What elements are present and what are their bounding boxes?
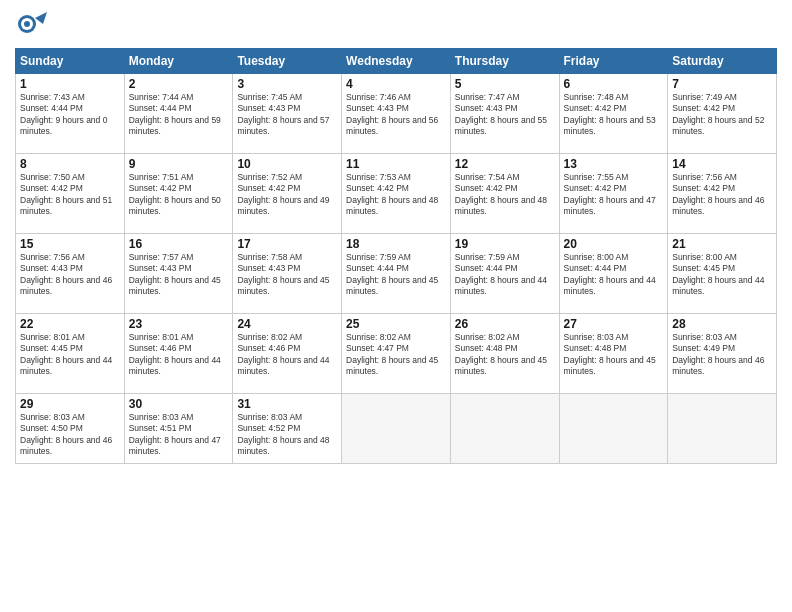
table-row: 21Sunrise: 8:00 AMSunset: 4:45 PMDayligh…: [668, 234, 777, 314]
day-number: 24: [237, 317, 337, 331]
day-number: 12: [455, 157, 555, 171]
day-number: 30: [129, 397, 229, 411]
table-row: 22Sunrise: 8:01 AMSunset: 4:45 PMDayligh…: [16, 314, 125, 394]
day-info: Sunrise: 8:00 AMSunset: 4:45 PMDaylight:…: [672, 252, 772, 298]
day-info: Sunrise: 8:03 AMSunset: 4:48 PMDaylight:…: [564, 332, 664, 378]
day-info: Sunrise: 7:56 AMSunset: 4:43 PMDaylight:…: [20, 252, 120, 298]
day-number: 11: [346, 157, 446, 171]
day-info: Sunrise: 8:01 AMSunset: 4:45 PMDaylight:…: [20, 332, 120, 378]
svg-marker-3: [35, 12, 47, 24]
table-row: [668, 394, 777, 464]
table-row: 17Sunrise: 7:58 AMSunset: 4:43 PMDayligh…: [233, 234, 342, 314]
day-number: 20: [564, 237, 664, 251]
day-info: Sunrise: 8:03 AMSunset: 4:52 PMDaylight:…: [237, 412, 337, 458]
day-number: 25: [346, 317, 446, 331]
day-number: 27: [564, 317, 664, 331]
th-thursday: Thursday: [450, 49, 559, 74]
table-row: 23Sunrise: 8:01 AMSunset: 4:46 PMDayligh…: [124, 314, 233, 394]
day-number: 4: [346, 77, 446, 91]
calendar-body: 1Sunrise: 7:43 AMSunset: 4:44 PMDaylight…: [16, 74, 777, 464]
day-number: 6: [564, 77, 664, 91]
table-row: 27Sunrise: 8:03 AMSunset: 4:48 PMDayligh…: [559, 314, 668, 394]
day-info: Sunrise: 7:47 AMSunset: 4:43 PMDaylight:…: [455, 92, 555, 138]
day-info: Sunrise: 7:43 AMSunset: 4:44 PMDaylight:…: [20, 92, 120, 138]
table-row: 4Sunrise: 7:46 AMSunset: 4:43 PMDaylight…: [342, 74, 451, 154]
day-number: 28: [672, 317, 772, 331]
table-row: 24Sunrise: 8:02 AMSunset: 4:46 PMDayligh…: [233, 314, 342, 394]
day-info: Sunrise: 7:44 AMSunset: 4:44 PMDaylight:…: [129, 92, 229, 138]
table-row: 12Sunrise: 7:54 AMSunset: 4:42 PMDayligh…: [450, 154, 559, 234]
table-row: 11Sunrise: 7:53 AMSunset: 4:42 PMDayligh…: [342, 154, 451, 234]
table-row: 10Sunrise: 7:52 AMSunset: 4:42 PMDayligh…: [233, 154, 342, 234]
day-info: Sunrise: 7:55 AMSunset: 4:42 PMDaylight:…: [564, 172, 664, 218]
table-row: 20Sunrise: 8:00 AMSunset: 4:44 PMDayligh…: [559, 234, 668, 314]
day-info: Sunrise: 7:59 AMSunset: 4:44 PMDaylight:…: [455, 252, 555, 298]
day-info: Sunrise: 7:49 AMSunset: 4:42 PMDaylight:…: [672, 92, 772, 138]
day-info: Sunrise: 7:54 AMSunset: 4:42 PMDaylight:…: [455, 172, 555, 218]
table-row: 30Sunrise: 8:03 AMSunset: 4:51 PMDayligh…: [124, 394, 233, 464]
th-monday: Monday: [124, 49, 233, 74]
day-info: Sunrise: 7:59 AMSunset: 4:44 PMDaylight:…: [346, 252, 446, 298]
day-number: 16: [129, 237, 229, 251]
day-info: Sunrise: 7:50 AMSunset: 4:42 PMDaylight:…: [20, 172, 120, 218]
table-row: 29Sunrise: 8:03 AMSunset: 4:50 PMDayligh…: [16, 394, 125, 464]
table-row: 25Sunrise: 8:02 AMSunset: 4:47 PMDayligh…: [342, 314, 451, 394]
th-friday: Friday: [559, 49, 668, 74]
day-info: Sunrise: 7:45 AMSunset: 4:43 PMDaylight:…: [237, 92, 337, 138]
day-number: 5: [455, 77, 555, 91]
table-row: [450, 394, 559, 464]
day-number: 22: [20, 317, 120, 331]
table-row: 28Sunrise: 8:03 AMSunset: 4:49 PMDayligh…: [668, 314, 777, 394]
day-number: 29: [20, 397, 120, 411]
svg-point-2: [24, 21, 30, 27]
weekday-header-row: Sunday Monday Tuesday Wednesday Thursday…: [16, 49, 777, 74]
day-info: Sunrise: 7:53 AMSunset: 4:42 PMDaylight:…: [346, 172, 446, 218]
table-row: 14Sunrise: 7:56 AMSunset: 4:42 PMDayligh…: [668, 154, 777, 234]
day-info: Sunrise: 8:03 AMSunset: 4:49 PMDaylight:…: [672, 332, 772, 378]
th-saturday: Saturday: [668, 49, 777, 74]
page: Sunday Monday Tuesday Wednesday Thursday…: [0, 0, 792, 612]
day-info: Sunrise: 8:00 AMSunset: 4:44 PMDaylight:…: [564, 252, 664, 298]
day-info: Sunrise: 8:03 AMSunset: 4:50 PMDaylight:…: [20, 412, 120, 458]
day-number: 14: [672, 157, 772, 171]
day-number: 31: [237, 397, 337, 411]
table-row: 19Sunrise: 7:59 AMSunset: 4:44 PMDayligh…: [450, 234, 559, 314]
day-number: 9: [129, 157, 229, 171]
day-info: Sunrise: 7:48 AMSunset: 4:42 PMDaylight:…: [564, 92, 664, 138]
calendar-table: Sunday Monday Tuesday Wednesday Thursday…: [15, 48, 777, 464]
table-row: 31Sunrise: 8:03 AMSunset: 4:52 PMDayligh…: [233, 394, 342, 464]
table-row: 3Sunrise: 7:45 AMSunset: 4:43 PMDaylight…: [233, 74, 342, 154]
day-number: 13: [564, 157, 664, 171]
day-number: 26: [455, 317, 555, 331]
day-number: 21: [672, 237, 772, 251]
table-row: 7Sunrise: 7:49 AMSunset: 4:42 PMDaylight…: [668, 74, 777, 154]
day-info: Sunrise: 8:01 AMSunset: 4:46 PMDaylight:…: [129, 332, 229, 378]
th-sunday: Sunday: [16, 49, 125, 74]
day-info: Sunrise: 7:57 AMSunset: 4:43 PMDaylight:…: [129, 252, 229, 298]
day-number: 8: [20, 157, 120, 171]
day-info: Sunrise: 8:03 AMSunset: 4:51 PMDaylight:…: [129, 412, 229, 458]
table-row: [342, 394, 451, 464]
table-row: 9Sunrise: 7:51 AMSunset: 4:42 PMDaylight…: [124, 154, 233, 234]
th-wednesday: Wednesday: [342, 49, 451, 74]
table-row: 15Sunrise: 7:56 AMSunset: 4:43 PMDayligh…: [16, 234, 125, 314]
header: [15, 10, 777, 42]
day-number: 18: [346, 237, 446, 251]
th-tuesday: Tuesday: [233, 49, 342, 74]
table-row: 8Sunrise: 7:50 AMSunset: 4:42 PMDaylight…: [16, 154, 125, 234]
day-info: Sunrise: 7:56 AMSunset: 4:42 PMDaylight:…: [672, 172, 772, 218]
table-row: 26Sunrise: 8:02 AMSunset: 4:48 PMDayligh…: [450, 314, 559, 394]
day-number: 10: [237, 157, 337, 171]
day-number: 23: [129, 317, 229, 331]
table-row: 16Sunrise: 7:57 AMSunset: 4:43 PMDayligh…: [124, 234, 233, 314]
day-info: Sunrise: 7:51 AMSunset: 4:42 PMDaylight:…: [129, 172, 229, 218]
day-info: Sunrise: 8:02 AMSunset: 4:46 PMDaylight:…: [237, 332, 337, 378]
logo-icon: [15, 10, 47, 42]
day-info: Sunrise: 8:02 AMSunset: 4:48 PMDaylight:…: [455, 332, 555, 378]
day-number: 2: [129, 77, 229, 91]
day-number: 17: [237, 237, 337, 251]
table-row: 5Sunrise: 7:47 AMSunset: 4:43 PMDaylight…: [450, 74, 559, 154]
table-row: 6Sunrise: 7:48 AMSunset: 4:42 PMDaylight…: [559, 74, 668, 154]
table-row: [559, 394, 668, 464]
day-number: 1: [20, 77, 120, 91]
